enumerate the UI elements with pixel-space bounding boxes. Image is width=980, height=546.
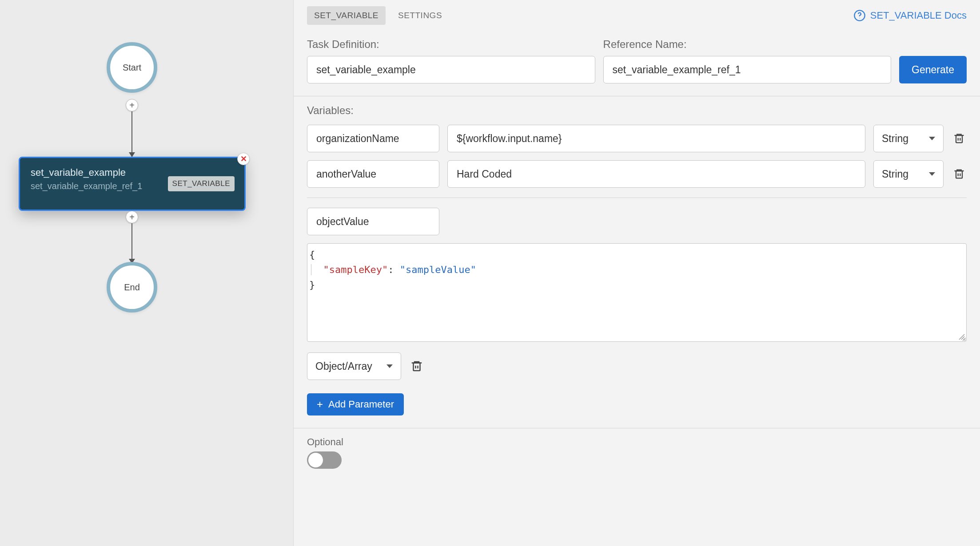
task-definition-label: Task Definition: (307, 38, 595, 51)
add-parameter-button[interactable]: + Add Parameter (307, 393, 404, 415)
chevron-down-icon (929, 137, 935, 140)
help-icon (853, 9, 866, 22)
code-key: "sampleKey" (323, 264, 388, 275)
task-node-type-chip: SET_VARIABLE (168, 176, 235, 191)
resize-handle-icon (957, 332, 965, 340)
task-definition-input[interactable] (307, 56, 595, 83)
variable-name-input[interactable] (307, 125, 439, 152)
properties-panel: SET_VARIABLE SETTINGS SET_VARIABLE Docs … (293, 0, 980, 546)
tab-settings[interactable]: SETTINGS (391, 6, 449, 25)
svg-rect-9 (414, 363, 420, 371)
start-label: Start (123, 63, 141, 73)
trash-icon (953, 167, 965, 181)
end-label: End (124, 282, 140, 293)
variable-value-input[interactable] (447, 125, 865, 152)
toggle-knob (308, 453, 323, 467)
delete-variable-button[interactable] (409, 359, 424, 374)
start-node[interactable]: Start (107, 42, 157, 93)
workflow-canvas[interactable]: Start + ✕ set_variable_example set_varia… (0, 0, 293, 546)
svg-rect-7 (956, 135, 962, 142)
variable-row: String (307, 125, 967, 152)
code-colon: : (388, 264, 400, 275)
add-parameter-label: Add Parameter (328, 399, 394, 410)
generate-button[interactable]: Generate (899, 56, 967, 83)
variable-type-select[interactable]: String (873, 125, 944, 152)
add-node-button[interactable]: + (126, 211, 138, 223)
variable-type-select[interactable]: Object/Array (307, 352, 401, 380)
docs-link[interactable]: SET_VARIABLE Docs (853, 9, 967, 22)
task-node[interactable]: ✕ set_variable_example set_variable_exam… (19, 157, 246, 211)
code-brace: { (309, 249, 315, 260)
docs-link-label: SET_VARIABLE Docs (870, 10, 967, 21)
optional-label: Optional (307, 436, 967, 448)
variable-type-select[interactable]: String (873, 160, 944, 188)
trash-icon (953, 132, 965, 145)
reference-name-input[interactable] (603, 56, 892, 83)
svg-rect-8 (956, 171, 962, 178)
optional-toggle[interactable] (307, 451, 342, 469)
variables-label: Variables: (307, 104, 967, 117)
variable-name-input[interactable] (307, 208, 439, 235)
variable-value-input[interactable] (447, 160, 865, 188)
code-indent (311, 264, 323, 275)
delete-variable-button[interactable] (952, 131, 967, 146)
chevron-down-icon (386, 364, 393, 368)
edge-arrow (131, 223, 132, 264)
variable-row: String (307, 160, 967, 188)
variable-type-label: String (882, 133, 908, 145)
close-icon[interactable]: ✕ (237, 153, 250, 165)
trash-icon (410, 359, 423, 373)
code-brace: } (309, 279, 315, 290)
variable-row (307, 208, 967, 235)
json-editor[interactable]: { "sampleKey": "sampleValue" } (307, 243, 967, 342)
tab-set-variable[interactable]: SET_VARIABLE (307, 6, 386, 25)
plus-icon: + (317, 399, 323, 410)
add-node-button[interactable]: + (126, 99, 138, 111)
variable-type-label: String (882, 168, 908, 180)
code-value: "sampleValue" (400, 264, 476, 275)
delete-variable-button[interactable] (952, 166, 967, 182)
end-node[interactable]: End (107, 262, 157, 313)
reference-name-label: Reference Name: (603, 38, 892, 51)
variable-type-label: Object/Array (315, 360, 372, 372)
svg-point-6 (859, 18, 860, 18)
variable-name-input[interactable] (307, 160, 439, 188)
chevron-down-icon (929, 172, 935, 176)
